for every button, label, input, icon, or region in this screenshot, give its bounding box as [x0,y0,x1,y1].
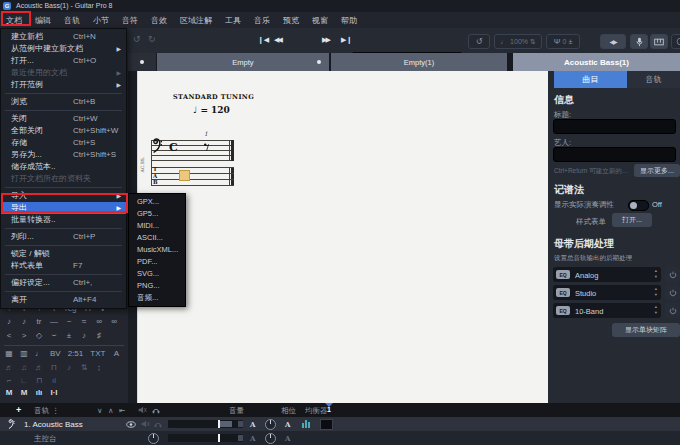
menu-item-exit[interactable]: 离开Alt+F4 [1,294,126,306]
eq-selector-icon[interactable]: ▴▾ [655,286,657,298]
show-matrix-button[interactable]: 显示单块矩阵 [612,323,680,337]
palette-icon[interactable]: ~ [65,317,73,326]
rewind-icon[interactable]: ◀◀ [274,36,281,44]
speed-stepper-icon[interactable]: ⇅ [530,38,536,46]
score-page[interactable]: STANDARD TUNING ♩ = 120 1 C AC.BS. T A B [137,71,549,403]
loop-button[interactable]: ↺ [468,34,490,49]
swap-hands-button[interactable]: ◀▶ [600,34,626,49]
eq-power-button[interactable] [665,285,680,300]
eq-slot-analog[interactable]: EQ Analog ▴▾ [553,267,661,282]
master-knob[interactable] [148,433,159,444]
menu-item-save-template[interactable]: 储存成范本.. [1,161,126,173]
tab-acoustic-bass[interactable]: Acoustic Bass(1) [513,53,680,71]
mic-button[interactable] [630,34,648,49]
menu-item-recent[interactable]: 最近使用的文档▶ [1,67,126,79]
palette-icon[interactable]: ♪ [65,363,73,372]
palette-icon[interactable]: ♩ [35,349,43,358]
menubar-item[interactable]: 编辑 [35,15,51,26]
solo-all-icon[interactable] [152,406,160,414]
collapse-up-icon[interactable]: ∧ [108,406,114,415]
mixer-track-row[interactable]: 1. Acoustic Bass A A [0,417,680,431]
menu-item-new[interactable]: 建立新档Ctrl+N [1,31,126,43]
palette-icon[interactable]: > [20,331,28,340]
palette-icon[interactable]: ◇ [35,331,43,340]
transpose-control[interactable]: Ψ 0 ± [546,34,580,49]
track-eq-icon[interactable] [302,420,310,428]
menu-item-batch-converter[interactable]: 批量转换器.. [1,214,126,226]
menubar-item[interactable]: 音符 [122,15,138,26]
eq-selector-icon[interactable]: ▴▾ [655,304,657,316]
submenu-item[interactable]: ASCII... [129,232,185,244]
palette-icon[interactable]: ♬ [35,363,43,372]
menu-item-save[interactable]: 存储Ctrl+S [1,137,126,149]
speed-control[interactable]: ♩ 100% ⇅ [494,34,542,49]
submenu-item[interactable]: GP5... [129,208,185,220]
menu-item-close[interactable]: 关闭Ctrl+W [1,113,126,125]
master-volume-slider[interactable] [168,434,243,442]
piano-view-button[interactable] [650,34,668,49]
palette-icon[interactable]: ± [65,331,73,340]
menubar-item[interactable]: 音乐 [254,15,270,26]
bar-cell[interactable] [320,419,333,430]
mute-all-icon[interactable] [138,406,147,414]
palette-icon[interactable]: ⌣ [50,330,58,340]
artist-input[interactable] [553,147,676,162]
pan-knob[interactable] [265,419,276,430]
pan-automation[interactable]: A [285,420,290,429]
menu-item-browse[interactable]: 浏览Ctrl+B [1,96,126,108]
menubar-item[interactable]: 视窗 [312,15,328,26]
volume-automation[interactable]: A [250,420,255,429]
palette-icon[interactable]: BV [50,349,61,358]
menubar-item[interactable]: 音轨 [64,15,80,26]
palette-icon[interactable]: < [5,331,13,340]
master-volume-automation[interactable]: A [250,434,255,443]
palette-icon[interactable]: ♯ [95,331,103,340]
menu-item-open-folder[interactable]: 打开文档所在的资料夹 [1,173,126,185]
palette-icon[interactable]: ⇅ [80,363,88,372]
menu-item-new-from-template[interactable]: 从范例中建立新文档▶ [1,43,126,55]
palette-icon[interactable]: I·I [50,388,58,397]
palette-icon[interactable]: ⌐ [5,376,13,385]
collapse-all-icon[interactable]: ⇤ [119,406,125,415]
palette-icon[interactable]: A [112,349,120,358]
palette-icon[interactable]: ♫ [20,363,28,372]
palette-icon[interactable]: ∟ [20,376,28,385]
redo-icon[interactable]: ↻ [148,34,156,44]
fast-forward-icon[interactable]: ▶▶ [322,36,329,44]
menu-item-open[interactable]: 打开...Ctrl+O [1,55,126,67]
submenu-item[interactable]: GPX... [129,196,185,208]
palette-icon[interactable]: ≈ [80,317,88,326]
submenu-item[interactable]: MusicXML... [129,244,185,256]
mixer-master-row[interactable]: 主控台 A A [0,431,680,445]
palette-icon[interactable]: ♪ [5,317,13,326]
palette-icon[interactable]: ♪ [20,317,28,326]
menu-item-lock[interactable]: 锁定 / 解锁 [1,248,126,260]
submenu-item[interactable]: MIDI... [129,220,185,232]
menu-item-print[interactable]: 列印...Ctrl+P [1,231,126,243]
tracks-more-icon[interactable]: ⋮ [52,406,60,415]
master-pan-automation[interactable]: A [285,434,290,443]
eq-power-button[interactable] [665,303,680,318]
mute-icon[interactable] [141,420,150,428]
menu-item-open-example[interactable]: 打开范例▶ [1,79,126,91]
go-start-icon[interactable]: ❙◀ [258,36,269,44]
menu-item-stylesheet[interactable]: 样式表单F7 [1,260,126,272]
menubar-item[interactable]: 预览 [283,15,299,26]
submenu-item[interactable]: 音频... [129,292,185,304]
palette-icon[interactable]: ılı [35,388,43,397]
submenu-item[interactable]: PDF... [129,256,185,268]
palette-icon[interactable]: ∞ [110,317,118,326]
eq-slot-studio[interactable]: EQ Studio ▴▾ [553,285,661,300]
eq-slot-10band[interactable]: EQ 10-Band ▴▾ [553,303,661,318]
palette-icon[interactable]: Π [50,363,58,372]
tab-empty-1[interactable]: Empty(1) [331,53,507,71]
menu-item-save-as[interactable]: 另存为...Ctrl+Shift+S [1,149,126,161]
show-more-button[interactable]: 显示更多... [634,164,680,177]
menubar-item[interactable]: 帮助 [341,15,357,26]
palette-icon[interactable]: ∞ [95,317,103,326]
menubar-item[interactable]: 小节 [93,15,109,26]
submenu-item[interactable]: PNG... [129,280,185,292]
tab-song[interactable]: 曲目 [554,71,627,88]
submenu-item[interactable]: SVG... [129,268,185,280]
eq-power-button[interactable] [665,267,680,282]
